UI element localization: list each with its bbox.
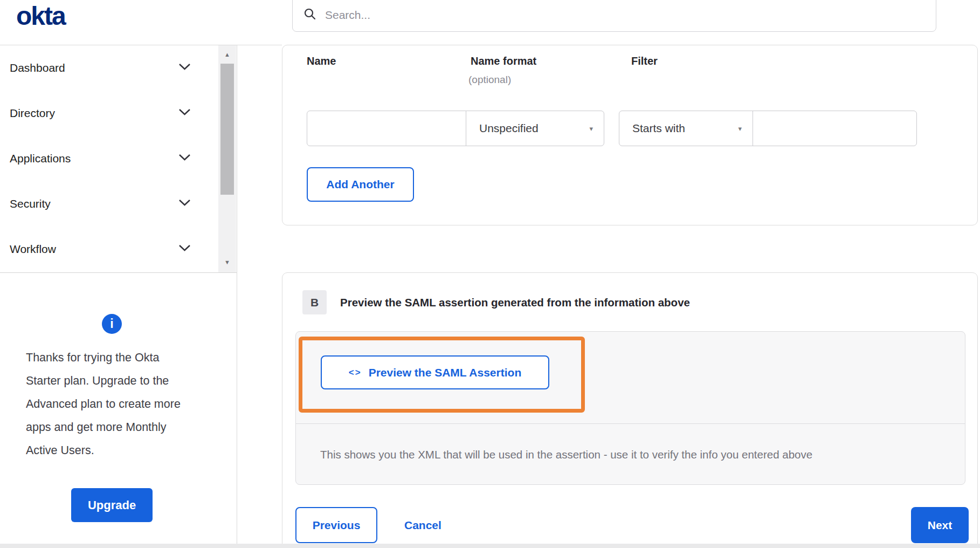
global-search[interactable] [292,0,936,32]
next-button[interactable]: Next [911,507,969,543]
sidebar-item-workflow[interactable]: Workflow [0,227,237,272]
code-icon: <> [349,367,362,378]
filter-operator-select[interactable]: Starts with ▾ [619,111,753,146]
info-icon: i [102,314,122,334]
name-column-header: Name [307,55,336,67]
sidebar-item-security[interactable]: Security [0,181,237,227]
caret-down-icon: ▾ [589,125,593,133]
sidebar-right-border [237,45,237,548]
chevron-down-icon [178,63,191,73]
sidebar-scrollbar[interactable]: ▲ ▼ [218,45,236,272]
sidebar-item-label: Applications [10,152,71,165]
okta-admin-screen: okta Dashboard Directory Applications [0,0,980,548]
window-bottom-edge [0,544,980,548]
attribute-statements-card: Name Name format (optional) Filter Unspe… [282,45,978,225]
sidebar-item-dashboard[interactable]: Dashboard [0,45,237,91]
upgrade-button[interactable]: Upgrade [71,488,153,522]
filter-value-input[interactable] [753,111,917,146]
chevron-down-icon [178,154,191,163]
chevron-down-icon [178,108,191,118]
okta-logo[interactable]: okta [16,1,65,31]
upgrade-message: Thanks for trying the Okta Starter plan.… [26,346,188,462]
preview-note-row: This shows you the XML that will be used… [296,424,965,485]
sidebar-item-applications[interactable]: Applications [0,136,237,181]
previous-button[interactable]: Previous [295,507,377,543]
preview-saml-assertion-button[interactable]: <> Preview the SAML Assertion [321,355,549,389]
preview-note-text: This shows you the XML that will be used… [320,448,812,461]
filter-column-header: Filter [631,55,658,67]
scrollbar-thumb[interactable] [220,64,234,195]
sidebar-item-label: Security [10,197,51,210]
preview-section-title: Preview the SAML assertion generated fro… [340,296,690,309]
sidebar-item-directory[interactable]: Directory [0,91,237,136]
chevron-down-icon [178,244,191,254]
preview-panel: <> Preview the SAML Assertion This shows… [295,331,965,485]
attribute-name-input[interactable] [307,111,466,146]
filter-operator-selected-value: Starts with [632,122,685,135]
name-format-select[interactable]: Unspecified ▾ [466,111,604,146]
name-format-column-header: Name format [471,55,536,67]
name-format-hint: (optional) [468,74,511,86]
preview-assertion-card: B Preview the SAML assertion generated f… [282,272,978,548]
scroll-down-arrow-icon[interactable]: ▼ [218,255,236,269]
add-another-button[interactable]: Add Another [307,167,414,202]
sidebar-item-label: Directory [10,107,55,120]
step-b-badge: B [302,290,327,314]
scroll-up-arrow-icon[interactable]: ▲ [218,47,236,61]
sidebar-item-label: Workflow [10,243,56,256]
preview-button-row: <> Preview the SAML Assertion [296,332,965,424]
sidebar-item-label: Dashboard [10,61,65,74]
name-format-selected-value: Unspecified [479,122,539,135]
sidebar-nav: Dashboard Directory Applications Securit… [0,45,237,273]
chevron-down-icon [178,199,191,209]
search-input[interactable] [324,8,936,22]
cancel-button[interactable]: Cancel [401,507,445,543]
caret-down-icon: ▾ [738,125,742,133]
search-icon [303,4,316,23]
preview-button-label: Preview the SAML Assertion [369,366,522,379]
